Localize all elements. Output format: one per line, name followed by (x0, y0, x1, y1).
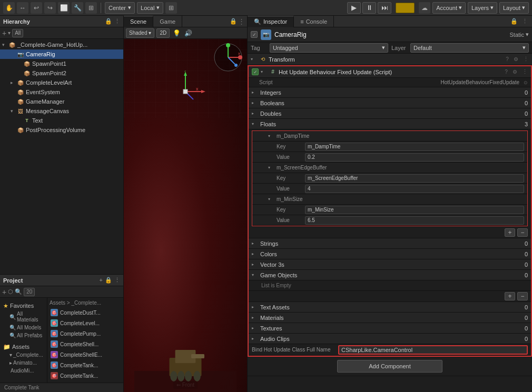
assets-animato[interactable]: ▸ Animato... (3, 359, 44, 367)
hierarchy-add-icon[interactable]: + (2, 29, 6, 37)
materials-section-header[interactable]: ▸ Materials 0 (249, 313, 531, 323)
minsize-header-row[interactable]: ▾ m_MinSize (252, 194, 527, 205)
bind-classname-input[interactable]: CSharpLike.CameraControl (338, 345, 528, 355)
minsize-key-input[interactable] (305, 206, 524, 214)
2d-toggle[interactable]: 2D (156, 28, 170, 38)
screen-key-input[interactable] (305, 174, 524, 183)
fav-prefabs[interactable]: 🔍 All Prefabs (3, 331, 44, 339)
gameobjects-remove-button[interactable]: − (517, 292, 528, 300)
project-menu-icon[interactable]: ⋮ (114, 277, 120, 284)
assets-audio[interactable]: AudioMi... (3, 367, 44, 375)
vector3s-section-header[interactable]: ▸ Vector 3s 0 (249, 259, 531, 270)
rotate-tool-icon[interactable]: ↩ (31, 2, 42, 14)
scene-viewport[interactable]: x y x (124, 39, 247, 392)
hierarchy-item-postprocess[interactable]: 📦 PostProcessingVolume (0, 125, 123, 135)
collab-icon[interactable]: ☁ (419, 2, 430, 14)
floats-remove-button[interactable]: − (517, 228, 528, 237)
hierarchy-item-spawn2[interactable]: 📦 SpawnPoint2 (0, 68, 123, 78)
rect-tool-icon[interactable]: ⬜ (58, 2, 70, 14)
transform-tool-icon[interactable]: 🔧 (72, 2, 83, 14)
grid-icon[interactable]: ⊞ (165, 2, 177, 14)
hierarchy-item-text[interactable]: T Text (0, 116, 123, 125)
proj-add-icon[interactable]: + (2, 288, 6, 296)
layer-dropdown[interactable]: Default ▾ (410, 43, 529, 53)
hierarchy-item-eventsystem[interactable]: 📦 EventSystem (0, 87, 123, 97)
tab-console[interactable]: ≡ Console (294, 16, 334, 27)
floats-add-button[interactable]: + (505, 228, 515, 237)
hierarchy-item-levelart[interactable]: ▸ 📦 CompleteLevelArt (0, 78, 123, 87)
colors-section-header[interactable]: ▸ Colors 0 (249, 249, 531, 259)
layers-dropdown[interactable]: Layers ▾ (468, 2, 497, 14)
local-dropdown[interactable]: Local ▾ (137, 2, 163, 14)
project-lock-icon[interactable]: 🔒 (105, 277, 112, 284)
screen-val-input[interactable] (305, 185, 524, 193)
hierarchy-item-canvas[interactable]: ▾ 🖼 MessageCanvas (0, 106, 123, 116)
gameobjects-section-header[interactable]: ▾ Game Objects 0 (249, 270, 531, 280)
assets-header[interactable]: 📁 Assets (3, 343, 44, 351)
script-link-icon[interactable]: ⊙ (524, 80, 528, 85)
transform-menu-icon[interactable]: ⋮ (523, 56, 529, 63)
inspector-menu-icon[interactable]: ⋮ (521, 17, 529, 26)
hierarchy-item-root[interactable]: ▾ 📦 _Complete-Game_HotUp... (0, 40, 123, 49)
asset-item-dustt[interactable]: 🎯 CompleteDustT... (50, 308, 121, 317)
play-button[interactable]: ▶ (347, 2, 361, 14)
scene-lock-icon[interactable]: 🔒 (230, 18, 237, 25)
screen-header-row[interactable]: ▾ m_ScreenEdgeBuffer (252, 163, 527, 173)
script-menu-icon[interactable]: ⋮ (522, 68, 528, 75)
hierarchy-down-icon[interactable]: ▾ (8, 30, 11, 36)
asset-item-pump[interactable]: 🎯 CompletePump... (50, 329, 121, 338)
tab-game[interactable]: Game (153, 16, 182, 27)
strings-section-header[interactable]: ▸ Strings 0 (249, 238, 531, 249)
add-component-button[interactable]: Add Component (337, 360, 442, 373)
floats-section-header[interactable]: ▾ Floats 3 (249, 119, 531, 129)
booleans-section-header[interactable]: ▸ Booleans 0 (249, 98, 531, 108)
transform-component-header[interactable]: ▾ ⟲ Transform ? ⚙ ⋮ (248, 54, 532, 65)
hierarchy-all-button[interactable]: All (12, 29, 23, 37)
transform-settings-icon[interactable]: ⚙ (514, 56, 521, 62)
account-dropdown[interactable]: Account ▾ (432, 2, 466, 14)
textures-section-header[interactable]: ▸ Textures 0 (249, 323, 531, 334)
editor-tool-icon[interactable]: ⊞ (85, 2, 97, 14)
favorites-header[interactable]: ★ Favorites (3, 301, 44, 310)
hierarchy-item-spawn1[interactable]: 📦 SpawnPoint1 (0, 59, 123, 68)
proj-filter-icon[interactable]: ⬡ (8, 288, 13, 295)
asset-item-level[interactable]: 🎯 CompleteLevel... (50, 318, 121, 328)
audioclips-section-header[interactable]: ▸ Audio Clips 0 (249, 334, 531, 344)
hand-tool-icon[interactable]: ✋ (3, 2, 15, 14)
scene-sound-icon[interactable]: 🔊 (183, 28, 193, 38)
project-add-icon[interactable]: + (100, 277, 103, 284)
asset-item-tank2[interactable]: 🎯 CompleteTank... (50, 371, 121, 380)
hierarchy-item-gamemanager[interactable]: 📦 GameManager (0, 97, 123, 106)
tab-inspector[interactable]: 🔍 Inspector (248, 16, 294, 27)
hierarchy-lock-icon[interactable]: 🔒 (105, 18, 112, 25)
script-active-checkbox[interactable]: ✓ (252, 68, 259, 75)
assets-complete[interactable]: ▾ _Complete... (3, 351, 44, 359)
script-component-header[interactable]: ✓ ▾ # Hot Update Behaviour Fixed Update … (249, 66, 531, 78)
tag-dropdown[interactable]: Untagged ▾ (270, 43, 388, 53)
proj-search-icon[interactable]: 🔍 (15, 288, 22, 295)
tab-scene[interactable]: Scene (124, 16, 153, 27)
shading-dropdown[interactable]: Shaded ▾ (126, 28, 154, 38)
move-tool-icon[interactable]: ↔ (17, 2, 28, 14)
center-dropdown[interactable]: Center ▾ (105, 2, 135, 14)
damp-header-row[interactable]: ▾ m_DampTime (252, 131, 527, 142)
fav-models[interactable]: 🔍 All Models (3, 324, 44, 331)
fav-materials[interactable]: 🔍 All Materials (3, 310, 44, 324)
asset-item-shelle[interactable]: 🎯 CompleteShellE... (50, 350, 121, 359)
scale-tool-icon[interactable]: ↪ (44, 2, 56, 14)
textassets-section-header[interactable]: ▸ Text Assets 0 (249, 302, 531, 313)
minsize-val-input[interactable] (305, 216, 524, 225)
hierarchy-menu-icon[interactable]: ⋮ (114, 18, 120, 25)
asset-item-tank[interactable]: 🎯 CompleteTank... (50, 360, 121, 370)
script-settings-icon[interactable]: ⚙ (513, 69, 520, 75)
scene-light-icon[interactable]: 💡 (172, 28, 181, 38)
script-help-icon[interactable]: ? (502, 69, 510, 75)
asset-item-shell[interactable]: 🎯 CompleteShell... (50, 339, 121, 349)
static-dropdown-icon[interactable]: ▾ (526, 31, 529, 38)
object-active-checkbox[interactable]: ✓ (251, 31, 258, 38)
transform-help-icon[interactable]: ? (503, 56, 511, 62)
gameobjects-add-button[interactable]: + (505, 292, 515, 300)
integers-section-header[interactable]: ▸ Integers 0 (249, 87, 531, 98)
layout-dropdown[interactable]: Layout ▾ (499, 2, 529, 14)
inspector-lock-icon[interactable]: 🔒 (509, 17, 519, 26)
